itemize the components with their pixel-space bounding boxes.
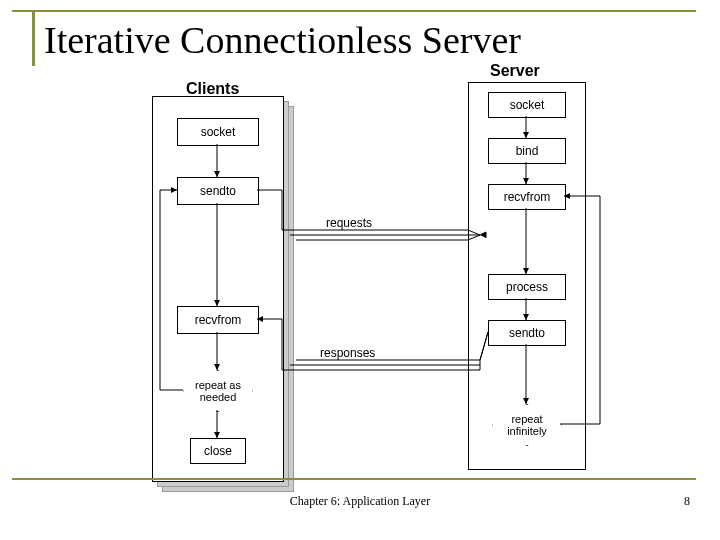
client-column — [152, 96, 284, 482]
client-sendto-box: sendto — [177, 177, 259, 205]
top-rule — [12, 10, 696, 12]
bottom-rule — [12, 478, 696, 480]
server-recvfrom-box: recvfrom — [488, 184, 566, 210]
responses-label: responses — [320, 346, 375, 360]
server-repeat-label: repeat infinitely — [507, 413, 547, 437]
server-socket-box: socket — [488, 92, 566, 118]
client-close-box: close — [190, 438, 246, 464]
client-socket-box: socket — [177, 118, 259, 146]
slide: Iterative Connectionless Server Clients … — [0, 0, 720, 540]
client-recvfrom-box: recvfrom — [177, 306, 259, 334]
page-number: 8 — [684, 494, 690, 509]
page-title: Iterative Connectionless Server — [44, 18, 521, 62]
title-accent — [32, 10, 35, 66]
client-repeat-label: repeat as needed — [195, 379, 241, 403]
server-bind-box: bind — [488, 138, 566, 164]
connectors — [0, 0, 720, 540]
footer-text: Chapter 6: Application Layer — [0, 494, 720, 509]
server-header: Server — [490, 62, 540, 80]
server-sendto-box: sendto — [488, 320, 566, 346]
server-process-box: process — [488, 274, 566, 300]
requests-label: requests — [326, 216, 372, 230]
